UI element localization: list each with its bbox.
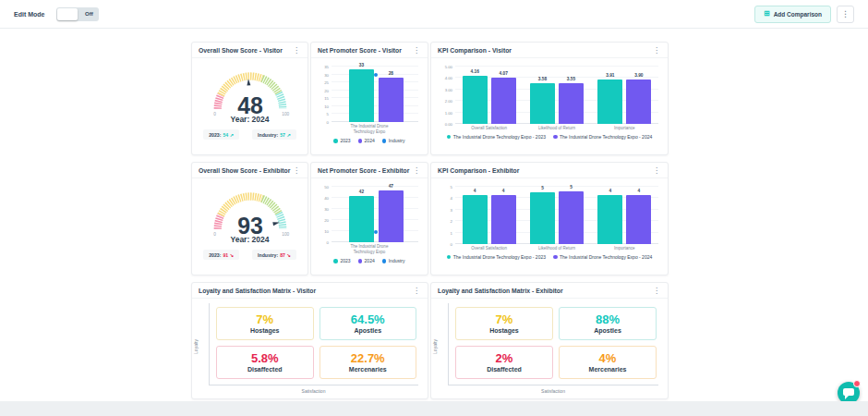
quadrant-apostles[interactable]: 88%Apostles [559, 307, 657, 340]
quadrant-percent: 7% [256, 313, 273, 326]
bar-value-label: 4.16 [463, 69, 488, 74]
card-content: 5.004.003.002.001.000.004.164.073.583.55… [431, 58, 668, 154]
badge-label: Industry: [258, 132, 278, 138]
card-title: Loyalty and Satisfaction Matrix - Exhibi… [438, 288, 563, 294]
kpi-bar[interactable] [559, 83, 584, 124]
y-axis-tick: 30 [324, 72, 329, 77]
kpi-bar[interactable] [463, 76, 488, 124]
gridline [332, 121, 418, 122]
card-title: Overall Show Score - Exhibitor [199, 167, 290, 174]
kpi-bar[interactable] [559, 191, 584, 244]
legend-item-series[interactable]: The Industrial Drone Technology Expo - 2… [447, 254, 546, 260]
legend-dot [333, 139, 338, 143]
page-kebab-menu-button[interactable]: ⋮ [837, 6, 854, 23]
badge-value: 87 ↘ [280, 252, 291, 258]
legend-dot [382, 259, 387, 263]
y-axis-tick: 1.00 [445, 110, 452, 115]
y-axis-tick: 2.00 [445, 99, 452, 104]
add-comparison-label: Add Comparison [774, 11, 822, 18]
legend-item-series[interactable]: The Industrial Drone Technology Expo - 2… [447, 134, 546, 140]
bar-value-label: 4 [597, 189, 622, 193]
legend-item-2023[interactable]: 2023 [333, 258, 350, 263]
legend-dot [553, 255, 558, 260]
add-comparison-button[interactable]: ⊞ Add Comparison [754, 6, 831, 23]
card-content: 480100Year: 20242023:54 ↗Industry:57 ↗ [192, 58, 307, 154]
x-axis-label-line: Technology Expo [311, 129, 428, 135]
card-kebab-icon[interactable]: ⋮ [292, 46, 301, 55]
kpi-bar[interactable] [530, 192, 555, 244]
card-kebab-icon[interactable]: ⋮ [652, 287, 661, 295]
legend-item-industry[interactable]: Industry [382, 258, 405, 263]
toggle-knob[interactable] [57, 8, 78, 20]
chart-legend: 20232024Industry [311, 258, 428, 263]
kpi-bar[interactable] [463, 195, 488, 244]
card-kpi-visitor: KPI Comparison - Visitor ⋮ 5.004.003.002… [430, 42, 669, 155]
kpi-bar[interactable] [626, 195, 651, 244]
comparison-badge: 2023:91 ↘ [203, 250, 239, 260]
bar-value-label: 3.55 [559, 77, 584, 81]
bar-value-label: 3.90 [626, 73, 651, 78]
kebab-icon: ⋮ [841, 9, 850, 18]
industry-dot[interactable] [374, 73, 378, 77]
card-kebab-icon[interactable]: ⋮ [652, 46, 661, 55]
kpi-bar[interactable] [530, 83, 555, 124]
nps-plot: 353025201510503328 [332, 67, 418, 122]
quadrant-mercenaries[interactable]: 4%Mercenaries [559, 346, 657, 379]
card-kebab-icon[interactable]: ⋮ [412, 46, 421, 55]
card-kebab-icon[interactable]: ⋮ [412, 166, 421, 175]
edit-mode-label: Edit Mode [14, 11, 44, 18]
card-title: Loyalty and Satisfaction Matrix - Visito… [199, 288, 316, 294]
y-axis-tick: 20 [324, 218, 329, 223]
quadrant-disaffected[interactable]: 5.8%Disaffected [216, 346, 314, 379]
gauge-year-label: Year: 2024 [230, 235, 269, 244]
y-axis-tick: 2 [451, 219, 452, 224]
kpi-bar[interactable] [597, 80, 622, 124]
matrix-axes: 7%Hostages88%Apostles2%Disaffected4%Merc… [448, 303, 658, 385]
edit-mode-toggle[interactable]: Off [56, 7, 99, 21]
legend-label: 2023 [340, 258, 350, 263]
legend-item-industry[interactable]: Industry [382, 138, 405, 143]
card-title: Overall Show Score - Visitor [199, 47, 283, 54]
legend-label: Industry [389, 258, 405, 263]
card-kebab-icon[interactable]: ⋮ [292, 166, 301, 175]
card-kebab-icon[interactable]: ⋮ [412, 287, 421, 295]
card-header: KPI Comparison - Exhibitor ⋮ [431, 163, 668, 178]
nps-bar-2024[interactable] [379, 78, 404, 122]
legend-item-2023[interactable]: 2023 [333, 138, 350, 143]
comparison-badge: Industry:57 ↗ [252, 129, 296, 140]
footer-strip [0, 401, 868, 409]
gauge-badges: 2023:91 ↘Industry:87 ↘ [203, 250, 296, 260]
kpi-bar[interactable] [597, 195, 622, 244]
nps-bar-2024[interactable] [379, 190, 404, 242]
y-axis-tick: 40 [324, 196, 329, 201]
nps-bar-2023[interactable] [349, 196, 374, 242]
quadrant-hostages[interactable]: 7%Hostages [216, 307, 314, 340]
kpi-bar[interactable] [491, 78, 516, 124]
legend-item-2024[interactable]: 2024 [358, 258, 375, 263]
legend-label: The Industrial Drone Technology Expo - 2… [453, 134, 546, 140]
comparison-badge: 2023:54 ↗ [203, 129, 239, 140]
bar-value-label: 5 [559, 185, 584, 190]
industry-dot[interactable] [374, 230, 378, 234]
badge-value: 57 ↗ [280, 132, 291, 138]
category-labels: Overall SatisfactionLikelihood of Return… [455, 246, 658, 251]
kpi-bar[interactable] [491, 195, 516, 244]
quadrant-hostages[interactable]: 7%Hostages [455, 307, 553, 340]
card-title: KPI Comparison - Exhibitor [438, 167, 519, 174]
matrix: Loyalty7%Hostages64.5%Apostles5.8%Disaff… [192, 299, 428, 394]
legend-item-2024[interactable]: 2024 [358, 138, 375, 143]
badge-value: 91 ↘ [223, 252, 234, 258]
bar-value-label: 33 [349, 63, 374, 67]
legend-item-series[interactable]: The Industrial Drone Technology Expo - 2… [553, 254, 652, 260]
quadrant-apostles[interactable]: 64.5%Apostles [319, 307, 417, 340]
y-axis-tick: 0 [327, 240, 329, 245]
kpi-bar[interactable] [626, 80, 651, 124]
quadrant-mercenaries[interactable]: 22.7%Mercenaries [319, 346, 417, 379]
y-axis-tick: 0 [451, 242, 452, 247]
gauge-arc: 480100 [202, 63, 298, 116]
card-kebab-icon[interactable]: ⋮ [652, 166, 661, 175]
quadrant-disaffected[interactable]: 2%Disaffected [455, 346, 553, 379]
nps-bar-2023[interactable] [349, 69, 374, 122]
legend-item-series[interactable]: The Industrial Drone Technology Expo - 2… [553, 134, 652, 140]
card-title: KPI Comparison - Visitor [438, 47, 512, 54]
